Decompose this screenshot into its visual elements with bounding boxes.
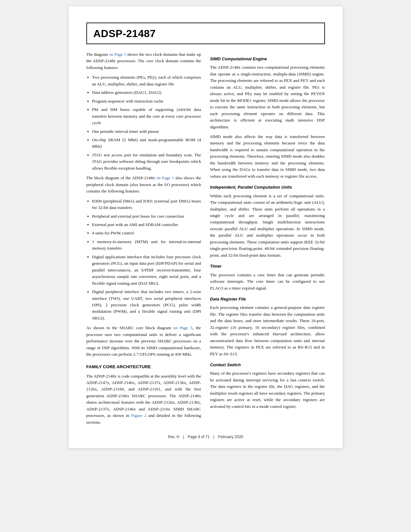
bullet1-item1: Two processing elements (PEx, PEy), each… bbox=[92, 74, 201, 87]
sub1-para1: The ADSP-2148x contains two computationa… bbox=[210, 64, 325, 130]
bullet2-item7: Digital peripheral interface that includ… bbox=[92, 289, 201, 321]
bullets2-list: IOD0 (peripheral DMA) and IOD1 (external… bbox=[92, 198, 201, 322]
bullet2-item6: Digital applications interface that incl… bbox=[92, 254, 201, 287]
bullet2-item1: IOD0 (peripheral DMA) and IOD1 (external… bbox=[92, 198, 201, 211]
page-footer: Rev. H | Page 4 of 71 | February 2020 bbox=[69, 435, 343, 439]
sub3-para: The processor contains a core timer that… bbox=[210, 272, 325, 291]
sub4-para: Each processing element contains a gener… bbox=[210, 304, 325, 357]
intro-paragraph: The diagram on Page 1 shows the two cloc… bbox=[86, 51, 201, 71]
sub5-para: Many of the processor's registers have s… bbox=[210, 370, 325, 410]
sub2-para: Within each processing element is a set … bbox=[210, 193, 325, 259]
section1-heading: FAMILY CORE ARCHITECTURE bbox=[86, 364, 201, 370]
page1-link[interactable]: on Page 1 bbox=[109, 52, 126, 57]
bullet1-item6: On-chip SRAM (5 Mbit) and mask-programma… bbox=[92, 137, 201, 150]
left-column: The diagram on Page 1 shows the two cloc… bbox=[86, 51, 201, 429]
right-column: SIMD Computational Engine The ADSP-2148x… bbox=[210, 51, 325, 429]
footer-rev: Rev. H bbox=[168, 435, 180, 439]
bullet2-item2: Peripheral and external port buses for c… bbox=[92, 213, 201, 220]
figure2-link[interactable]: Figure 2 bbox=[131, 413, 146, 418]
page1-link2[interactable]: on Page 1 bbox=[156, 175, 174, 180]
bullet1-item4: PM and DM buses capable of supporting 2x… bbox=[92, 106, 201, 126]
bullet1-item2: Data address generators (DAG1, DAG2) bbox=[92, 89, 201, 96]
bullet1-item7: JTAG test access port for emulation and … bbox=[92, 152, 201, 172]
footer-sep1: | bbox=[183, 435, 184, 439]
bullet2-item3: External port with an AMI and SDRAM cont… bbox=[92, 222, 201, 228]
footer-sep2: | bbox=[213, 435, 214, 439]
document-title: ADSP-21487 bbox=[93, 28, 318, 40]
para3: As shown in the SHARC core block diagram… bbox=[86, 325, 201, 358]
sub1-para2: SIMD mode also affects the way data is t… bbox=[210, 133, 325, 180]
bullet1-item3: Program sequencer with instruction cache bbox=[92, 98, 201, 104]
sub2-heading: Independent, Parallel Computation Units bbox=[210, 184, 325, 191]
footer-page: Page 4 of 71 bbox=[188, 435, 210, 439]
two-column-layout: The diagram on Page 1 shows the two cloc… bbox=[86, 51, 325, 429]
bullets1-list: Two processing elements (PEx, PEy), each… bbox=[92, 74, 201, 172]
sub1-heading: SIMD Computational Engine bbox=[210, 56, 325, 62]
sub5-heading: Context Switch bbox=[210, 362, 325, 368]
sub3-heading: Timer bbox=[210, 263, 325, 270]
page5-link[interactable]: on Page 5 bbox=[173, 325, 192, 330]
sub4-heading: Data Register File bbox=[210, 296, 325, 302]
bullet2-item4: 4 units for PWM control bbox=[92, 230, 201, 236]
bullet2-item5: 1 memory-to-memory (MTM) unit for intern… bbox=[92, 239, 201, 252]
bullet1-item5: One periodic interval timer with pinout bbox=[92, 128, 201, 135]
section1-para: The ADSP-2148x is code compatible at the… bbox=[86, 373, 201, 426]
header-box: ADSP-21487 bbox=[86, 23, 325, 44]
page: ADSP-21487 The diagram on Page 1 shows t… bbox=[69, 6, 343, 448]
footer-date: February 2020 bbox=[218, 435, 243, 439]
para2: The block diagram of the ADSP-2148x on P… bbox=[86, 175, 201, 194]
